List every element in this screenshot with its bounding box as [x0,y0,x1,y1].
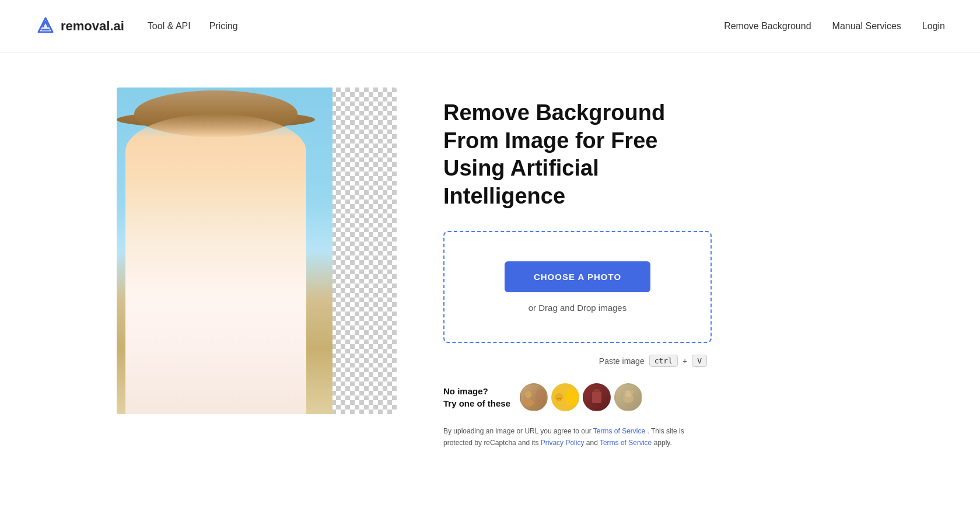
nav-left: removal.ai Tool & API Pricing [35,16,238,37]
nav-links-right: Remove Background Manual Services Login [724,21,945,32]
hero-content: Remove Background From Image for Free Us… [443,88,712,449]
legal-text-3: and [584,439,599,447]
drop-zone[interactable]: CHOOSE A PHOTO or Drag and Drop images [443,231,712,343]
logo-text: removal.ai [61,19,124,34]
logo-icon [35,16,56,37]
svg-point-1 [525,391,531,398]
plus-sign: + [682,356,687,366]
svg-rect-6 [594,389,600,392]
no-image-label: No image?Try one of these [443,385,510,410]
legal-text: By uploading an image or URL you agree t… [443,425,700,449]
person-icon-1 [521,388,536,407]
sample-thumb-4[interactable] [614,383,642,411]
choose-photo-button[interactable]: CHOOSE A PHOTO [505,261,650,292]
legal-text-4: apply. [652,439,671,447]
v-key-badge: V [692,355,707,367]
sample-thumb-3[interactable] [583,383,611,411]
svg-point-2 [523,399,534,407]
tos-link-1[interactable]: Terms of Service [593,427,645,435]
svg-point-10 [630,390,634,394]
hero-image-container [117,88,397,414]
navbar: removal.ai Tool & API Pricing Remove Bac… [0,0,980,52]
tos-link-2[interactable]: Terms of Service [600,439,652,447]
hero-section: Remove Background From Image for Free Us… [0,52,980,484]
nav-link-remove-background[interactable]: Remove Background [724,21,811,32]
product-icon-1: ●● [552,388,566,407]
sample-thumb-1[interactable] [520,383,548,411]
privacy-link[interactable]: Privacy Policy [541,439,584,447]
legal-text-1: By uploading an image or URL you agree t… [443,427,593,435]
hero-image-wrap [117,88,397,414]
svg-rect-5 [592,391,601,403]
hero-title: Remove Background From Image for Free Us… [443,99,712,210]
nav-link-login[interactable]: Login [922,21,945,32]
sample-thumbnails: ●● [520,383,642,411]
drag-drop-text: or Drag and Drop images [528,303,626,313]
svg-text:●●: ●● [556,396,562,401]
product-icon-2 [587,388,606,407]
nav-links-left: Tool & API Pricing [148,21,238,32]
sample-thumb-2[interactable]: ●● [551,383,579,411]
samples-row: No image?Try one of these ●● [443,383,712,411]
paste-row: Paste image ctrl + V [443,355,712,367]
nav-link-pricing[interactable]: Pricing [209,21,238,32]
animal-icon [619,388,638,407]
woman-body [125,114,306,414]
hero-photo-background [117,88,332,414]
svg-point-9 [623,390,626,394]
logo[interactable]: removal.ai [35,16,124,37]
nav-link-manual-services[interactable]: Manual Services [832,21,901,32]
ctrl-key-badge: ctrl [649,355,678,367]
paste-label: Paste image [599,356,645,366]
nav-link-tool-api[interactable]: Tool & API [148,21,191,32]
